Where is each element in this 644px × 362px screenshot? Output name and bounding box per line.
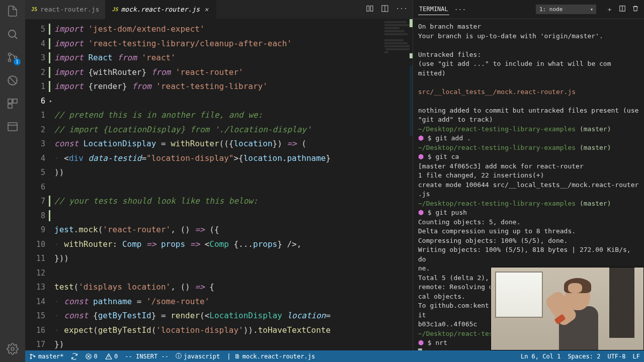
source-control-icon[interactable]: 1	[6, 50, 20, 64]
js-file-icon: JS	[31, 7, 37, 12]
search-icon[interactable]	[6, 27, 20, 41]
status-language[interactable]: ⓘ javascript	[176, 352, 220, 360]
terminal-tab[interactable]: TERMINAL	[418, 4, 449, 15]
svg-rect-11	[370, 6, 373, 12]
editor: JS react-router.js JS mock.react-router.…	[25, 0, 413, 350]
line-gutter: 543216▸1234567891011121314151617	[25, 19, 54, 350]
tab-mock-react-router[interactable]: JS mock.react-router.js ✕	[106, 0, 216, 19]
svg-rect-5	[8, 99, 12, 103]
svg-point-2	[9, 59, 11, 62]
code-area[interactable]: import 'jest-dom/extend-expect'import 'r…	[54, 19, 382, 350]
svg-rect-6	[13, 99, 17, 103]
status-encoding[interactable]: UTF-8	[607, 353, 625, 360]
editor-body[interactable]: 543216▸1234567891011121314151617 import …	[25, 19, 413, 350]
activity-bar: 1	[0, 0, 25, 362]
tab-label: react-router.js	[40, 6, 99, 13]
svg-point-15	[30, 357, 31, 358]
status-file[interactable]: | 🗎 mock.react-router.js	[227, 353, 315, 360]
svg-point-1	[9, 53, 11, 56]
panel-icon[interactable]	[6, 120, 20, 134]
status-branch[interactable]: master*	[29, 353, 64, 360]
terminal-header: TERMINAL ··· 1: node ＋	[413, 0, 644, 19]
tab-label: mock.react-router.js	[121, 6, 200, 13]
js-file-icon: JS	[112, 7, 118, 12]
close-icon[interactable]: ✕	[203, 6, 210, 13]
split-terminal-icon[interactable]	[619, 5, 626, 14]
minimap[interactable]	[382, 19, 413, 350]
debug-icon[interactable]	[6, 73, 20, 87]
split-editor-icon[interactable]	[381, 5, 389, 14]
svg-point-0	[9, 30, 16, 37]
status-problems[interactable]: 0 0	[85, 353, 118, 360]
compare-icon[interactable]	[366, 5, 374, 14]
status-eol[interactable]: LF	[633, 353, 640, 360]
status-sync[interactable]	[71, 353, 78, 360]
editor-actions: ···	[361, 5, 413, 14]
terminal-selector[interactable]: 1: node	[536, 5, 596, 14]
tab-react-router[interactable]: JS react-router.js	[25, 0, 106, 19]
extensions-icon[interactable]	[6, 97, 20, 111]
svg-rect-8	[8, 123, 17, 131]
status-spaces[interactable]: Spaces: 2	[568, 353, 600, 360]
svg-point-14	[30, 354, 31, 355]
status-cursor-pos[interactable]: Ln 6, Col 1	[521, 353, 560, 360]
new-terminal-icon[interactable]: ＋	[606, 5, 613, 14]
more-icon[interactable]: ···	[454, 6, 466, 13]
status-vim-mode: -- INSERT --	[125, 353, 169, 360]
scm-badge: 1	[14, 58, 21, 65]
status-bar: master* 0 0 -- INSERT -- ⓘ javascript | …	[25, 350, 644, 362]
more-icon[interactable]: ···	[396, 5, 408, 14]
webcam-overlay	[491, 267, 644, 350]
settings-gear-icon[interactable]	[6, 342, 20, 356]
svg-rect-7	[8, 104, 12, 108]
files-icon[interactable]	[6, 4, 20, 18]
editor-tabs: JS react-router.js JS mock.react-router.…	[25, 0, 413, 19]
trash-icon[interactable]	[632, 5, 639, 14]
svg-rect-10	[367, 6, 369, 12]
svg-point-9	[11, 347, 14, 350]
